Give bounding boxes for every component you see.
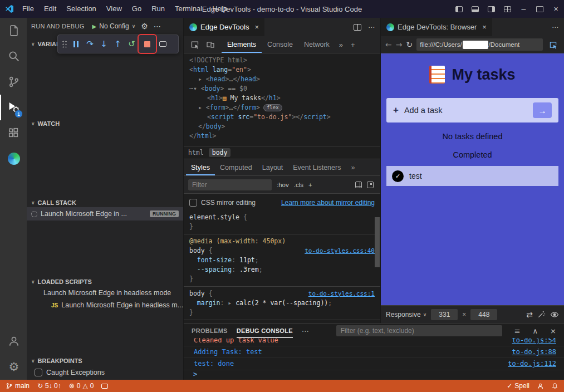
customize-layout-icon[interactable] <box>499 0 516 18</box>
console-filter-input[interactable] <box>336 325 502 336</box>
style-rule-line[interactable]: } <box>184 275 380 284</box>
close-tab-icon[interactable]: × <box>482 23 487 31</box>
style-rule-line[interactable]: } <box>184 308 380 317</box>
dom-tree-node[interactable]: ⋯▾ <body> == $0 <box>184 84 380 94</box>
submit-task-button[interactable]: → <box>533 102 552 118</box>
tab-edge-devtools[interactable]: Edge DevTools × <box>184 18 265 36</box>
rotate-viewport-icon[interactable]: ⇄ <box>526 310 533 319</box>
tab-layout[interactable]: Layout <box>257 159 288 175</box>
toggle-sidebar-icon[interactable] <box>451 0 467 18</box>
loaded-script-row[interactable]: Launch Microsoft Edge in headless mode <box>27 287 183 299</box>
menu-run[interactable]: Run <box>146 0 170 18</box>
add-task-row[interactable]: + Add a task → <box>386 98 558 122</box>
accounts-icon[interactable] <box>0 329 27 354</box>
new-style-rule-button[interactable]: + <box>308 182 312 188</box>
breadcrumb-body[interactable]: body <box>209 148 231 157</box>
url-bar[interactable]: file:///C:/Users/ /Document <box>416 38 543 51</box>
start-debugging-dropdown[interactable]: ▶ No Config ∨ <box>92 22 136 30</box>
explorer-icon[interactable] <box>0 18 27 43</box>
device-mode-dropdown[interactable]: Responsive ∨ <box>386 311 426 318</box>
task-done-check-icon[interactable]: ✓ <box>392 170 404 182</box>
log-source-link[interactable]: to-do.js:88 <box>512 346 556 357</box>
spell-checker-status[interactable]: ✓ Spell <box>507 382 529 390</box>
element-classes-button[interactable]: .cls <box>294 182 303 188</box>
detach-debugger-button[interactable] <box>156 37 170 51</box>
inspect-element-icon[interactable] <box>188 36 202 53</box>
style-rule-line[interactable]: font-size: 11pt; <box>184 256 380 265</box>
viewport-width-input[interactable] <box>431 309 458 320</box>
dom-tree-node[interactable]: </html> <box>184 131 380 141</box>
drag-grip-icon[interactable] <box>61 40 68 48</box>
tab-debug-console[interactable]: DEBUG CONSOLE <box>237 324 293 338</box>
style-rule-line[interactable]: body {to-do-styles.css:1 <box>184 289 380 298</box>
tab-event-listeners[interactable]: Event Listeners <box>288 159 346 175</box>
menu-view[interactable]: View <box>101 0 127 18</box>
pseudo-state-button[interactable]: :hov <box>277 182 289 188</box>
stop-button[interactable] <box>140 37 154 51</box>
tab-edge-devtools-browser[interactable]: Edge DevTools: Browser × <box>381 18 493 36</box>
computed-sidebar-icon[interactable] <box>367 182 376 188</box>
back-icon[interactable]: ← <box>385 40 392 49</box>
style-rule-line[interactable]: element.style { <box>184 213 380 222</box>
style-rule-line[interactable]: } <box>184 222 380 232</box>
close-tab-icon[interactable]: × <box>254 23 259 31</box>
source-control-icon[interactable] <box>0 69 27 95</box>
step-over-button[interactable]: ↷ <box>83 37 97 51</box>
task-row[interactable]: ✓ test <box>386 166 558 186</box>
sync-indicator[interactable]: ↻ 5↓ 0↑ <box>37 382 61 390</box>
tab-console[interactable]: Console <box>262 36 298 53</box>
dom-tree-node[interactable]: ▸ <form>…</form>flex <box>184 103 380 112</box>
menu-edit[interactable]: Edit <box>39 0 61 18</box>
toggle-secondary-sidebar-icon[interactable] <box>483 0 499 18</box>
log-source-link[interactable]: to-do.js:54 <box>512 338 556 346</box>
dom-tree-node[interactable]: <!DOCTYPE html> <box>184 56 380 65</box>
sidebar-more-actions-icon[interactable]: ⋯ <box>154 22 161 31</box>
more-tabs-icon[interactable]: » <box>335 36 347 53</box>
step-out-button[interactable]: ↑ <box>111 37 125 51</box>
reload-icon[interactable]: ↻ <box>406 40 413 49</box>
viewport-height-input[interactable] <box>470 309 497 320</box>
feedback-icon[interactable] <box>537 383 544 390</box>
section-loaded-scripts[interactable]: ∨ LOADED SCRIPTS <box>27 276 183 288</box>
console-input-row[interactable]: > <box>184 370 564 380</box>
restart-button[interactable]: ↺ <box>125 37 139 51</box>
breadcrumb-html[interactable]: html <box>188 149 204 156</box>
more-tabs-icon[interactable]: » <box>346 159 360 175</box>
dom-tree-node[interactable]: </body> <box>184 122 380 131</box>
style-rule-line[interactable]: body {to-do-styles.css:40 <box>184 246 380 256</box>
maximize-button[interactable] <box>532 0 548 18</box>
editor-more-actions-icon[interactable]: ⋯ <box>368 23 375 31</box>
style-rule-line[interactable]: margin: ▸ calc(2 * var(--spacing)); <box>184 298 380 308</box>
console-log-line[interactable]: Adding Task: testto-do.js:88 <box>184 346 564 357</box>
visibility-eye-icon[interactable] <box>550 310 559 319</box>
tab-styles[interactable]: Styles <box>186 159 215 175</box>
panel-more-tabs-icon[interactable]: ⋯ <box>302 327 309 335</box>
styles-scrollbar[interactable] <box>375 217 380 267</box>
toggle-panel-icon[interactable] <box>467 0 483 18</box>
console-log-line[interactable]: test: doneto-do.js:112 <box>184 357 564 369</box>
pause-button[interactable] <box>69 37 83 51</box>
stylesheet-link[interactable]: to-do-styles.css:40 <box>305 246 375 256</box>
wand-icon[interactable] <box>537 310 546 318</box>
debug-status-icon[interactable] <box>101 384 108 389</box>
styles-filter-input[interactable] <box>188 179 272 190</box>
close-panel-icon[interactable]: × <box>550 327 556 335</box>
dom-tree-node[interactable]: <script src="to-do.js"></script> <box>184 112 380 122</box>
tab-computed[interactable]: Computed <box>215 159 257 175</box>
forward-icon[interactable]: → <box>396 40 403 49</box>
minimize-button[interactable]: – <box>516 0 532 18</box>
edge-devtools-icon[interactable] <box>0 146 27 171</box>
step-into-button[interactable]: ↓ <box>97 37 111 51</box>
loaded-script-row[interactable]: JS Launch Microsoft Edge in headless m..… <box>27 299 183 311</box>
notifications-bell-icon[interactable] <box>551 383 558 390</box>
log-source-link[interactable]: to-do.js:112 <box>508 358 556 369</box>
dom-tree-node[interactable]: ▸ <head>…</head> <box>184 75 380 84</box>
tab-network[interactable]: Network <box>298 36 335 53</box>
section-breakpoints[interactable]: ∨ BREAKPOINTS <box>27 355 183 367</box>
section-watch[interactable]: ∨ WATCH <box>27 117 183 130</box>
menu-file[interactable]: File <box>17 0 39 18</box>
menu-selection[interactable]: Selection <box>61 0 101 18</box>
extensions-icon[interactable] <box>0 120 27 146</box>
problems-indicator[interactable]: ⊗ 0 △ 0 <box>69 382 94 390</box>
console-log-line[interactable]: Cleaned up task valueto-do.js:54 <box>184 338 564 346</box>
